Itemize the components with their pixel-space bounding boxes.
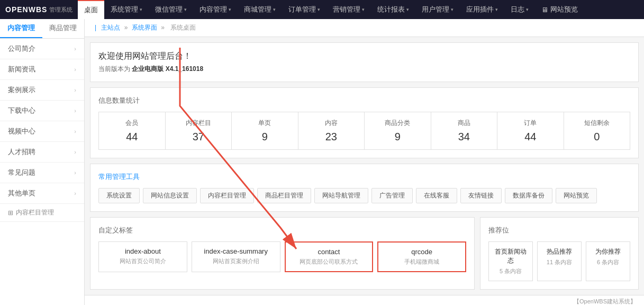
sidebar-item-recruit[interactable]: 人才招聘 › bbox=[0, 142, 84, 163]
tag-desc-index-about: 网站首页公司简介 bbox=[104, 257, 182, 265]
tool-content-nav[interactable]: 内容栏目管理 bbox=[200, 188, 254, 203]
nav-item-content[interactable]: 内容管理 ▾ bbox=[193, 0, 238, 19]
nav-item-stats[interactable]: 统计报表 ▾ bbox=[371, 0, 415, 19]
rec-name-hot: 热品推荐 bbox=[543, 247, 576, 256]
recommend-item-news[interactable]: 首页新闻动态 5 条内容 bbox=[488, 241, 533, 281]
tool-system-settings[interactable]: 系统设置 bbox=[98, 188, 140, 203]
chevron-right-icon: › bbox=[74, 169, 76, 176]
sidebar-item-about[interactable]: 公司简介 › bbox=[0, 39, 84, 59]
tag-desc-index-case: 网站首页案例介绍 bbox=[197, 257, 275, 265]
tool-ads[interactable]: 广告管理 bbox=[371, 188, 413, 203]
tool-chat[interactable]: 在线客服 bbox=[416, 188, 457, 203]
monitor-icon: 🖥 bbox=[541, 6, 548, 14]
version-value: 企业电商版 X4.1_161018 bbox=[132, 65, 203, 73]
nav-item-preview[interactable]: 🖥 网站预览 bbox=[535, 5, 584, 14]
stat-label-product-cats: 商品分类 bbox=[369, 119, 427, 128]
tool-preview[interactable]: 网站预览 bbox=[556, 188, 597, 203]
stat-label-pages: 单页 bbox=[236, 119, 294, 128]
recommend-section: 推荐位 首页新闻动态 5 条内容 热品推荐 11 条内容 为你推荐 6 条内容 bbox=[480, 217, 639, 290]
nav-item-order[interactable]: 订单管理 ▾ bbox=[282, 0, 326, 19]
tags-grid: index-about 网站首页公司简介 index-case-summary … bbox=[98, 241, 466, 272]
sidebar-section-category-mgmt[interactable]: ⊞ 内容栏目管理 bbox=[0, 204, 84, 222]
arrow-icon: ▾ bbox=[406, 0, 409, 19]
breadcrumb-sep: » bbox=[161, 24, 166, 31]
breadcrumb-link-home[interactable]: 主站点 bbox=[101, 24, 120, 31]
sidebar-item-news[interactable]: 新闻资讯 › bbox=[0, 59, 84, 80]
arrow-icon: ▾ bbox=[362, 0, 365, 19]
stat-value-orders: 44 bbox=[502, 131, 559, 143]
logo-subtitle: 管理系统 bbox=[49, 6, 72, 14]
stat-label-categories: 内容栏目 bbox=[170, 119, 228, 128]
sidebar-item-other-pages[interactable]: 其他单页 › bbox=[0, 183, 84, 204]
stat-members: 会员 44 bbox=[99, 112, 166, 149]
recommend-grid: 首页新闻动态 5 条内容 热品推荐 11 条内容 为你推荐 6 条内容 bbox=[488, 241, 630, 281]
tools-grid: 系统设置 网站信息设置 内容栏目管理 商品栏目管理 网站导航管理 广告管理 在线… bbox=[98, 188, 630, 203]
logo-brand: OPENWBS bbox=[5, 5, 47, 14]
stat-value-product-cats: 9 bbox=[369, 131, 427, 143]
tag-desc-contact: 网页底部公司联系方式 bbox=[291, 258, 367, 266]
nav-item-plugins[interactable]: 应用插件 ▾ bbox=[460, 0, 504, 19]
sidebar-tab-products[interactable]: 商品管理 bbox=[42, 19, 85, 38]
sidebar-tab-content[interactable]: 内容管理 bbox=[0, 19, 42, 38]
sidebar-tabs: 内容管理 商品管理 bbox=[0, 19, 84, 39]
custom-tags-section: 自定义标签 index-about 网站首页公司简介 index-case-su… bbox=[90, 217, 475, 290]
welcome-version: 当前版本为 企业电商版 X4.1_161018 bbox=[98, 65, 630, 74]
tool-site-nav[interactable]: 网站导航管理 bbox=[314, 188, 368, 203]
stat-value-categories: 37 bbox=[170, 131, 228, 143]
stats-section: 信息数量统计 会员 44 内容栏目 37 单页 9 内容 bbox=[90, 87, 639, 158]
tag-index-about[interactable]: index-about 网站首页公司简介 bbox=[98, 241, 187, 272]
chevron-right-icon: › bbox=[74, 107, 76, 114]
nav-item-wechat[interactable]: 微信管理 ▾ bbox=[149, 0, 193, 19]
chevron-right-icon: › bbox=[74, 46, 76, 52]
stat-label-sms: 短信剩余 bbox=[568, 119, 626, 128]
breadcrumb-sep: » bbox=[124, 24, 130, 31]
content-area: | 主站点 » 系统界面 » 系统桌面 欢迎使用网站管理后台！ 当前版本为 企业… bbox=[85, 19, 644, 305]
stat-orders: 订单 44 bbox=[497, 112, 564, 149]
nav-item-desktop[interactable]: 桌面 bbox=[78, 0, 104, 19]
chevron-right-icon: › bbox=[74, 87, 76, 93]
sidebar: 内容管理 商品管理 公司简介 › 新闻资讯 › 案例展示 › 下载中心 › 视频… bbox=[0, 19, 85, 305]
welcome-section: 欢迎使用网站管理后台！ 当前版本为 企业电商版 X4.1_161018 bbox=[90, 42, 639, 82]
tool-site-info[interactable]: 网站信息设置 bbox=[143, 188, 197, 203]
grid-icon: ⊞ bbox=[8, 209, 13, 217]
sidebar-item-faq[interactable]: 常见问题 › bbox=[0, 163, 84, 183]
chevron-right-icon: › bbox=[74, 149, 76, 155]
main-layout: 内容管理 商品管理 公司简介 › 新闻资讯 › 案例展示 › 下载中心 › 视频… bbox=[0, 19, 644, 305]
breadcrumb-divider: | bbox=[95, 24, 96, 31]
tool-links[interactable]: 友情链接 bbox=[460, 188, 502, 203]
nav-item-marketing[interactable]: 营销管理 ▾ bbox=[326, 0, 371, 19]
breadcrumb-link-system[interactable]: 系统界面 bbox=[132, 24, 157, 31]
sidebar-item-cases[interactable]: 案例展示 › bbox=[0, 80, 84, 101]
nav-item-shop[interactable]: 商城管理 ▾ bbox=[238, 0, 282, 19]
two-col-section: 自定义标签 index-about 网站首页公司简介 index-case-su… bbox=[90, 217, 639, 290]
stat-value-sms: 0 bbox=[568, 131, 626, 143]
nav-item-users[interactable]: 用户管理 ▾ bbox=[415, 0, 460, 19]
chevron-right-icon: › bbox=[74, 128, 76, 134]
tag-name-index-case: index-case-summary bbox=[197, 247, 275, 255]
sidebar-item-downloads[interactable]: 下载中心 › bbox=[0, 101, 84, 121]
rec-count-hot: 11 条内容 bbox=[543, 258, 576, 266]
arrow-icon: ▾ bbox=[495, 0, 498, 19]
tag-name-contact: contact bbox=[291, 248, 367, 256]
tag-contact[interactable]: contact 网页底部公司联系方式 bbox=[285, 241, 374, 272]
stat-products: 商品 34 bbox=[431, 112, 498, 149]
sidebar-item-videos[interactable]: 视频中心 › bbox=[0, 121, 84, 142]
tag-name-qrcode: qrcode bbox=[384, 248, 460, 256]
arrow-icon: ▾ bbox=[229, 0, 231, 19]
top-navigation: OPENWBS 管理系统 桌面 系统管理 ▾ 微信管理 ▾ 内容管理 ▾ 商城管… bbox=[0, 0, 644, 19]
stats-title: 信息数量统计 bbox=[98, 96, 630, 105]
stat-label-content: 内容 bbox=[303, 119, 360, 128]
tool-product-nav[interactable]: 商品栏目管理 bbox=[257, 188, 311, 203]
tag-index-case[interactable]: index-case-summary 网站首页案例介绍 bbox=[192, 241, 280, 272]
stat-label-products: 商品 bbox=[436, 119, 493, 128]
footer-bar: 【OpenWBS建站系统】 bbox=[85, 295, 644, 305]
recommend-item-foryou[interactable]: 为你推荐 6 条内容 bbox=[586, 241, 630, 281]
stat-label-orders: 订单 bbox=[502, 119, 559, 128]
tool-db-backup[interactable]: 数据库备份 bbox=[505, 188, 552, 203]
tools-section: 常用管理工具 系统设置 网站信息设置 内容栏目管理 商品栏目管理 网站导航管理 … bbox=[90, 164, 639, 212]
recommend-item-hot[interactable]: 热品推荐 11 条内容 bbox=[537, 241, 582, 281]
tag-qrcode[interactable]: qrcode 手机端微商城 bbox=[377, 241, 466, 272]
nav-item-logs[interactable]: 日志 ▾ bbox=[504, 0, 535, 19]
nav-item-system[interactable]: 系统管理 ▾ bbox=[104, 0, 149, 19]
stat-pages: 单页 9 bbox=[232, 112, 298, 149]
